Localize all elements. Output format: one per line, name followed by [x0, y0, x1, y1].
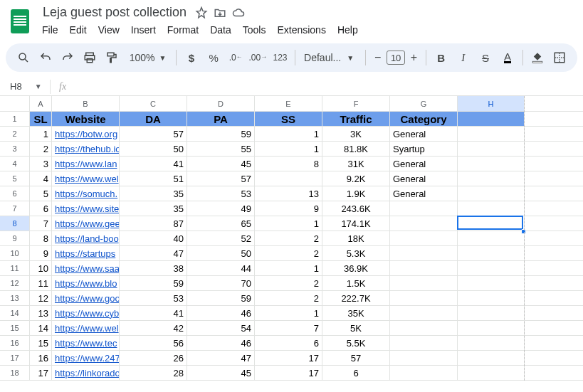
cell[interactable]: 2 [255, 231, 322, 245]
cell[interactable]: https://botw.org [52, 127, 120, 141]
header-cell[interactable]: SL [30, 112, 52, 126]
cell[interactable]: 9 [30, 246, 52, 260]
cell[interactable]: 44 [187, 261, 255, 275]
sheets-logo[interactable] [7, 9, 33, 34]
cell[interactable]: 8 [30, 231, 52, 245]
cell[interactable]: 49 [187, 201, 255, 216]
cell[interactable]: 1 [255, 216, 322, 231]
cell[interactable]: https://www.wel [52, 171, 120, 186]
cell[interactable]: 50 [120, 142, 187, 156]
cell[interactable] [458, 366, 525, 380]
cell[interactable] [390, 321, 458, 335]
cell[interactable] [390, 276, 458, 290]
more-formats-icon[interactable]: 123 [270, 47, 290, 68]
cell[interactable]: 56 [120, 336, 187, 350]
cell[interactable] [390, 216, 458, 231]
increase-decimal-icon[interactable]: .00→ [248, 47, 268, 68]
cell[interactable]: 3K [322, 127, 390, 141]
cell[interactable] [390, 261, 458, 275]
cell[interactable]: 40 [120, 231, 187, 245]
redo-icon[interactable] [57, 47, 78, 68]
cell[interactable]: 46 [187, 306, 255, 320]
cell[interactable]: 1 [30, 127, 52, 141]
col-head-H[interactable]: H [458, 96, 525, 111]
cell[interactable] [458, 201, 525, 216]
cell[interactable]: 7 [30, 216, 52, 231]
cell[interactable] [458, 336, 525, 350]
cell[interactable]: 26 [120, 351, 187, 365]
cell[interactable] [458, 142, 525, 156]
star-icon[interactable] [195, 6, 208, 19]
col-head-E[interactable]: E [255, 96, 322, 111]
cell[interactable]: 5 [30, 186, 52, 201]
cell[interactable]: 55 [187, 142, 255, 156]
cell[interactable] [458, 246, 525, 260]
cell[interactable] [390, 306, 458, 320]
cell[interactable]: https://www.lan [52, 157, 120, 171]
cell[interactable]: 5K [322, 321, 390, 335]
currency-icon[interactable]: $ [181, 47, 201, 68]
cell[interactable] [458, 321, 525, 335]
cell[interactable]: 57 [187, 171, 255, 186]
cell[interactable]: General [390, 157, 458, 171]
cell[interactable]: https://somuch. [52, 186, 120, 201]
cell[interactable] [458, 276, 525, 290]
cell[interactable]: 70 [187, 276, 255, 290]
cell[interactable]: 5.5K [322, 336, 390, 350]
fill-color-icon[interactable] [527, 47, 548, 68]
cell[interactable]: 65 [187, 216, 255, 231]
cell[interactable]: 17 [255, 351, 322, 365]
cell[interactable]: https://www.gee [52, 216, 120, 231]
cell[interactable] [390, 291, 458, 305]
header-cell[interactable]: Traffic [322, 112, 390, 126]
cell[interactable]: 5.3K [322, 246, 390, 260]
cell[interactable]: https://thehub.io [52, 142, 120, 156]
cell[interactable]: https://www.tec [52, 336, 120, 350]
cell[interactable]: 41 [120, 157, 187, 171]
cell[interactable]: 57 [322, 351, 390, 365]
cell[interactable]: 87 [120, 216, 187, 231]
cell[interactable]: 36.9K [322, 261, 390, 275]
row-head-12[interactable]: 12 [0, 276, 30, 290]
font-size-input[interactable]: 10 [387, 51, 404, 65]
cell[interactable]: https://www.goo [52, 291, 120, 305]
cell[interactable]: 9 [255, 201, 322, 216]
strikethrough-icon[interactable]: S [475, 47, 495, 68]
print-icon[interactable] [79, 47, 100, 68]
cell[interactable]: 1 [255, 142, 322, 156]
cell[interactable]: https://www.wel [52, 321, 120, 335]
font-dropdown[interactable]: Defaul...▼ [300, 52, 361, 63]
menu-insert[interactable]: Insert [126, 22, 161, 38]
cell[interactable]: 53 [187, 186, 255, 201]
cell[interactable] [458, 157, 525, 171]
menu-help[interactable]: Help [332, 22, 363, 38]
menu-extensions[interactable]: Extensions [272, 22, 330, 38]
select-all-corner[interactable] [0, 96, 30, 111]
row-head-15[interactable]: 15 [0, 321, 30, 335]
cell[interactable]: 243.6K [322, 201, 390, 216]
cell[interactable]: https://land-boo [52, 231, 120, 245]
cell[interactable]: 2 [255, 291, 322, 305]
col-head-B[interactable]: B [52, 96, 120, 111]
cell[interactable]: 31K [322, 157, 390, 171]
cell[interactable] [458, 216, 525, 231]
cell[interactable]: 1.5K [322, 276, 390, 290]
row-head-2[interactable]: 2 [0, 127, 30, 141]
cell[interactable]: https://www.blo [52, 276, 120, 290]
cell[interactable]: 2 [255, 276, 322, 290]
cell[interactable]: 53 [120, 291, 187, 305]
cell[interactable]: 45 [187, 366, 255, 380]
paint-format-icon[interactable] [102, 47, 122, 68]
cell[interactable]: 1 [255, 261, 322, 275]
cell[interactable]: 45 [187, 157, 255, 171]
row-head-3[interactable]: 3 [0, 142, 30, 156]
col-head-F[interactable]: F [322, 96, 390, 111]
cell[interactable]: 54 [187, 321, 255, 335]
cell[interactable] [390, 336, 458, 350]
borders-icon[interactable] [550, 47, 570, 68]
cell[interactable] [458, 261, 525, 275]
cell[interactable]: 47 [187, 351, 255, 365]
cell[interactable]: https://www.saa [52, 261, 120, 275]
cell[interactable]: 59 [120, 276, 187, 290]
cell[interactable] [390, 246, 458, 260]
